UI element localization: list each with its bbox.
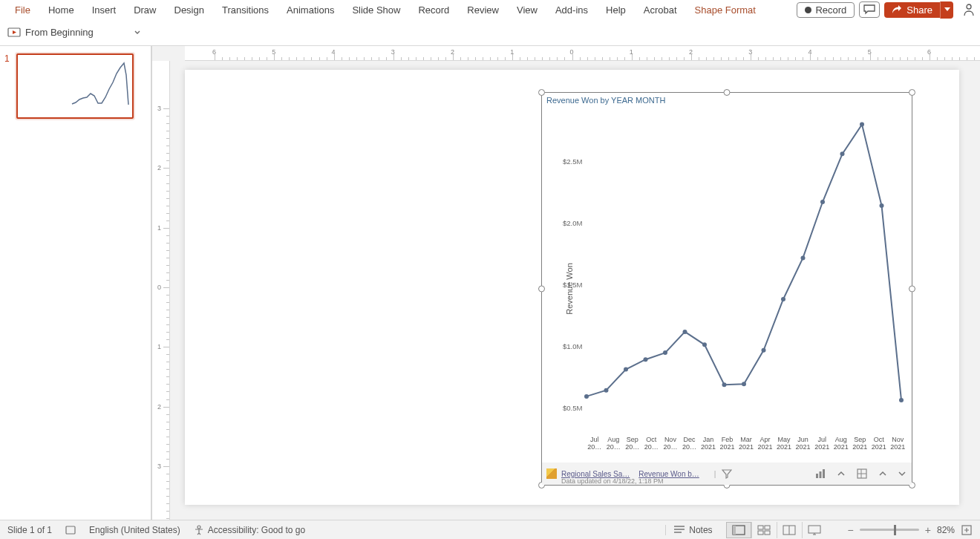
- qat-more-icon[interactable]: [134, 29, 141, 36]
- chevron-up-icon-2[interactable]: [879, 471, 886, 477]
- tab-review[interactable]: Review: [458, 1, 508, 19]
- chart-xtick: Jul20…: [585, 436, 604, 455]
- svg-point-12: [781, 297, 785, 301]
- svg-point-16: [860, 122, 864, 127]
- share-button[interactable]: Share: [884, 1, 953, 19]
- resize-handle-nw[interactable]: [538, 89, 545, 96]
- zoom-thumb[interactable]: [894, 525, 896, 535]
- from-beginning-button[interactable]: From Beginning: [25, 27, 94, 38]
- status-accessibility[interactable]: Accessibility: Good to go: [194, 525, 305, 535]
- status-slide-counter: Slide 1 of 1: [7, 525, 52, 535]
- tab-file[interactable]: File: [6, 1, 39, 19]
- tab-shape-format[interactable]: Shape Format: [686, 1, 765, 19]
- vertical-ruler: 3210123: [152, 61, 170, 520]
- chart-xtick: Apr2021: [756, 436, 775, 455]
- zoom-percent[interactable]: 82%: [937, 525, 955, 535]
- resize-handle-e[interactable]: [909, 286, 915, 293]
- chart-type-icon[interactable]: [815, 468, 826, 479]
- comment-icon: [863, 4, 875, 15]
- tab-record[interactable]: Record: [409, 1, 458, 19]
- chart-xtick: Sep2021: [850, 436, 869, 455]
- svg-point-24: [197, 526, 200, 529]
- svg-point-3: [604, 388, 609, 393]
- tab-draw[interactable]: Draw: [125, 1, 165, 19]
- tab-addins[interactable]: Add-ins: [546, 1, 597, 19]
- chart-source-link-b[interactable]: Revenue Won b…: [638, 470, 699, 478]
- comments-button[interactable]: [859, 1, 880, 18]
- chevron-down-icon: [944, 7, 950, 12]
- chart-xtick: Sep20…: [623, 436, 642, 455]
- slide-editor: 6543210123456 3210123 Revenue Won by YEA…: [152, 46, 980, 520]
- share-button-label: Share: [906, 4, 932, 16]
- spellcheck-icon[interactable]: [65, 525, 76, 535]
- tab-home[interactable]: Home: [39, 1, 83, 19]
- zoom-in[interactable]: +: [925, 524, 931, 536]
- from-beginning-icon: [7, 26, 21, 39]
- view-slideshow[interactable]: [802, 522, 827, 538]
- zoom-slider[interactable]: [860, 529, 919, 531]
- record-dot-icon: [805, 7, 811, 13]
- chart-xtick: Nov2021: [889, 436, 908, 455]
- chart-source-link-a[interactable]: Regional Sales Sa…: [561, 470, 630, 478]
- chart-data-updated: Data updated on 4/18/22, 1:18 PM: [561, 477, 664, 485]
- chart-ytick: $1.5M: [563, 281, 582, 289]
- chart-xtick: Oct2021: [869, 436, 889, 455]
- chart-xtick: Jun2021: [794, 436, 813, 455]
- svg-rect-32: [808, 526, 820, 533]
- svg-rect-26: [733, 526, 736, 535]
- chevron-down-icon-2[interactable]: [898, 471, 906, 477]
- svg-point-4: [624, 367, 628, 371]
- chart-xtick: Jan2021: [699, 436, 718, 455]
- svg-rect-21: [823, 469, 825, 478]
- svg-point-18: [899, 398, 904, 402]
- chevron-up-icon[interactable]: [837, 471, 845, 477]
- tab-insert[interactable]: Insert: [83, 1, 125, 19]
- chart-xaxis: Jul20…Aug20…Sep20…Oct20…Nov20…Dec20…Jan2…: [585, 436, 907, 455]
- slide-thumbnail-1[interactable]: [16, 53, 134, 119]
- fit-to-window-icon[interactable]: [961, 524, 973, 536]
- resize-handle-n[interactable]: [724, 89, 731, 96]
- svg-point-5: [644, 357, 648, 362]
- chart-xtick: Aug2021: [832, 436, 851, 455]
- notes-toggle[interactable]: Notes: [665, 525, 712, 535]
- coming-soon-icon[interactable]: [962, 3, 976, 16]
- svg-point-14: [820, 200, 825, 204]
- notes-label: Notes: [689, 525, 712, 535]
- view-reading[interactable]: [777, 522, 802, 538]
- record-button[interactable]: Record: [797, 2, 855, 18]
- chart-title: Revenue Won by YEAR MONTH: [546, 96, 665, 105]
- svg-rect-20: [820, 471, 822, 478]
- svg-point-17: [880, 203, 884, 208]
- ribbon-tabs: File Home Insert Draw Design Transitions…: [0, 0, 980, 19]
- tab-acrobat[interactable]: Acrobat: [635, 1, 686, 19]
- tab-transitions[interactable]: Transitions: [213, 1, 278, 19]
- chart-ytick: $2.0M: [563, 219, 582, 227]
- chart-xtick: Feb2021: [718, 436, 737, 455]
- expand-icon[interactable]: [857, 468, 867, 479]
- tab-animations[interactable]: Animations: [278, 1, 343, 19]
- tab-view[interactable]: View: [508, 1, 546, 19]
- tab-help[interactable]: Help: [597, 1, 635, 19]
- sub-ribbon: From Beginning: [0, 19, 980, 46]
- tab-slideshow[interactable]: Slide Show: [343, 1, 409, 19]
- status-language[interactable]: English (United States): [89, 525, 180, 535]
- accessibility-icon: [194, 525, 204, 535]
- view-sorter[interactable]: [751, 522, 777, 538]
- tab-design[interactable]: Design: [166, 1, 213, 19]
- powerbi-icon: [546, 468, 557, 479]
- svg-point-13: [801, 255, 806, 260]
- view-normal[interactable]: [726, 522, 751, 538]
- svg-point-7: [683, 330, 687, 334]
- chart-xtick: Oct20…: [642, 436, 662, 455]
- filter-icon[interactable]: [722, 468, 732, 479]
- chart-xtick: Nov20…: [661, 436, 680, 455]
- chart-selection-frame[interactable]: Revenue Won by YEAR MONTH Revenue Won Ju…: [541, 92, 912, 486]
- share-icon: [892, 4, 902, 15]
- svg-point-8: [702, 342, 707, 347]
- resize-handle-ne[interactable]: [909, 89, 915, 96]
- zoom-out[interactable]: −: [848, 524, 854, 536]
- svg-point-0: [967, 4, 971, 9]
- resize-handle-w[interactable]: [538, 286, 545, 293]
- slide-canvas[interactable]: Revenue Won by YEAR MONTH Revenue Won Ju…: [185, 70, 959, 505]
- share-dropdown[interactable]: [940, 1, 953, 19]
